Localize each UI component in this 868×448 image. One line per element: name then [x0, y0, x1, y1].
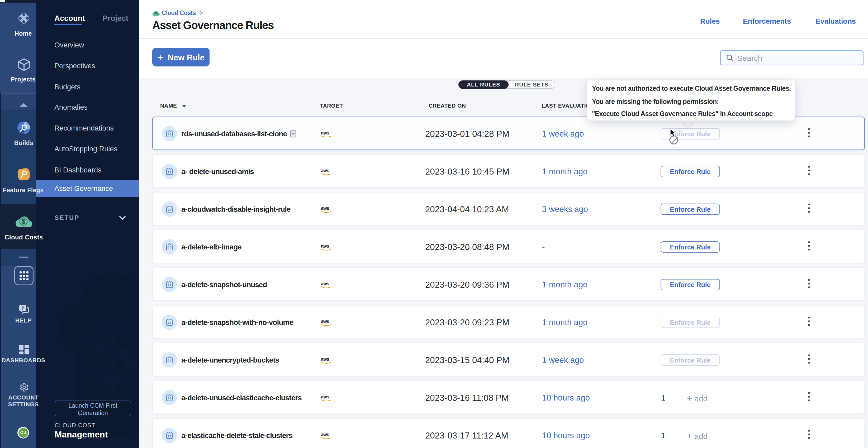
svg-text:aws: aws — [321, 168, 329, 173]
svg-text:aws: aws — [321, 394, 329, 400]
svg-text:aws: aws — [321, 243, 329, 249]
svg-text:aws: aws — [321, 206, 329, 211]
svg-text:aws: aws — [321, 130, 329, 136]
svg-text:$: $ — [86, 299, 138, 405]
svg-text:aws: aws — [321, 432, 329, 437]
svg-text:aws: aws — [321, 319, 329, 324]
svg-text:?: ? — [21, 306, 24, 310]
svg-text:aws: aws — [321, 356, 329, 362]
svg-text:$: $ — [22, 217, 26, 226]
svg-text:aws: aws — [321, 281, 329, 286]
svg-text:$: $ — [155, 11, 157, 15]
